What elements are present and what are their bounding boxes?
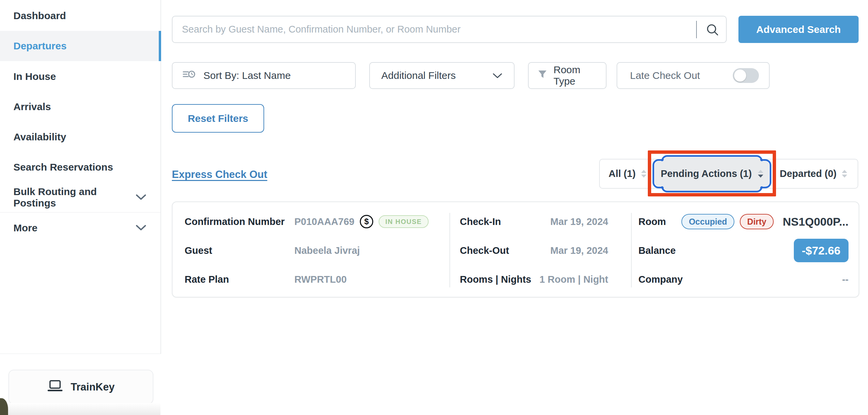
search-input[interactable] [173,17,726,42]
sidebar-item-dashboard[interactable]: Dashboard [0,1,161,31]
balance-row: Balance -$72.66 [639,242,848,259]
late-check-out-toggle[interactable] [733,68,759,83]
search-icon[interactable] [706,23,720,37]
tab-departed-label: Departed (0) [780,168,836,179]
card-divider [450,213,450,288]
sidebar-item-label: Departures [13,40,66,52]
guest-row: Guest Nabeela Jivraj [185,242,446,259]
search-bar [172,16,727,43]
sort-arrows-icon [641,170,647,178]
company-label: Company [639,274,683,285]
sort-by-label: Sort By: Last Name [204,70,291,81]
tab-departed[interactable]: Departed (0) [780,159,847,188]
company-row: Company -- [639,271,848,288]
sidebar-item-label: More [13,222,38,234]
confirmation-row: Confirmation Number P010AAA769 $ IN HOUS… [185,213,446,230]
late-check-out-label: Late Check Out [630,70,700,81]
sidebar: Dashboard Departures In House Arrivals A… [0,0,161,415]
sidebar-item-label: Arrivals [13,101,51,113]
chevron-down-icon [492,70,502,81]
sidebar-item-label: Availability [13,131,66,143]
sort-arrows-icon [842,170,847,178]
chevron-down-icon [135,194,146,201]
sort-by-dropdown[interactable]: Sort By: Last Name [172,62,356,89]
sidebar-item-more[interactable]: More [0,213,161,243]
sidebar-item-in-house[interactable]: In House [0,61,161,92]
sidebar-item-label: Dashboard [13,10,66,22]
sidebar-item-label: Bulk Routing and Postings [13,186,135,209]
check-out-row: Check-Out Mar 19, 2024 [460,242,608,259]
company-value: -- [842,274,848,285]
search-divider [696,21,697,38]
sort-time-icon [183,69,196,82]
tab-pending-actions[interactable]: Pending Actions (1) [652,155,771,192]
sidebar-item-label: Search Reservations [13,161,113,173]
room-type-label: Room Type [554,64,597,87]
sidebar-item-label: In House [13,71,56,82]
check-in-label: Check-In [460,216,501,227]
balance-amount-badge[interactable]: -$72.66 [794,239,848,262]
confirmation-value: P010AAA769 [294,216,354,227]
rooms-nights-label: Rooms | Nights [460,274,531,285]
trainkey-button[interactable]: TrainKey [8,370,153,404]
additional-filters-dropdown[interactable]: Additional Filters [369,62,515,89]
occupied-badge: Occupied [681,214,735,229]
sidebar-bottom-shade [0,403,160,415]
rooms-nights-row: Rooms | Nights 1 Room | Night [460,271,608,288]
toggle-knob [734,69,746,82]
additional-filters-label: Additional Filters [381,70,456,81]
late-check-out-filter: Late Check Out [617,62,770,89]
dirty-badge: Dirty [740,214,774,229]
check-in-row: Check-In Mar 19, 2024 [460,213,608,230]
room-number-value: NS1Q000P... [783,215,848,228]
check-out-value: Mar 19, 2024 [550,245,608,256]
sidebar-item-availability[interactable]: Availability [0,122,161,152]
departures-page: Dashboard Departures In House Arrivals A… [0,0,868,415]
room-type-filter[interactable]: Room Type [528,62,607,89]
sidebar-item-search-reservations[interactable]: Search Reservations [0,152,161,182]
laptop-icon [47,380,63,394]
reservation-card[interactable]: Confirmation Number P010AAA769 $ IN HOUS… [172,202,859,297]
confirmation-label: Confirmation Number [185,216,294,227]
guest-label: Guest [185,245,294,256]
funnel-icon [537,69,548,82]
check-out-label: Check-Out [460,245,509,256]
check-in-value: Mar 19, 2024 [550,216,608,227]
in-house-badge: IN HOUSE [379,215,429,228]
card-divider [631,213,632,288]
rooms-nights-value: 1 Room | Night [539,274,608,285]
sidebar-item-arrivals[interactable]: Arrivals [0,92,161,122]
express-check-out-link[interactable]: Express Check Out [172,169,267,181]
sidebar-divider [0,212,161,212]
rate-plan-value: RWPRTL00 [294,274,347,285]
trainkey-label: TrainKey [71,381,115,393]
advanced-search-button[interactable]: Advanced Search [738,16,859,43]
room-row: Room Occupied Dirty NS1Q000P... [639,213,848,230]
rate-plan-label: Rate Plan [185,274,294,285]
balance-label: Balance [639,245,676,256]
room-label: Room [639,216,666,227]
guest-value: Nabeela Jivraj [294,245,360,256]
sort-arrows-icon [758,170,763,178]
chevron-down-icon [135,225,146,231]
sidebar-item-bulk-routing[interactable]: Bulk Routing and Postings [0,182,161,212]
tab-pending-actions-label: Pending Actions (1) [660,168,751,179]
payment-dollar-icon[interactable]: $ [360,215,373,228]
reset-filters-button[interactable]: Reset Filters [172,104,264,132]
sidebar-item-departures[interactable]: Departures [0,31,161,61]
tab-all[interactable]: All (1) [609,159,647,188]
rate-plan-row: Rate Plan RWPRTL00 [185,271,446,288]
tab-all-label: All (1) [609,168,636,179]
